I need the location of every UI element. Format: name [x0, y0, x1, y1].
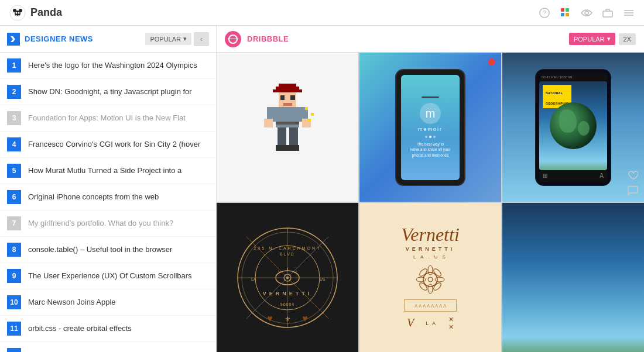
svg-text:⚜: ⚜: [285, 315, 291, 323]
menu-icon[interactable]: [623, 7, 635, 19]
svg-rect-9: [566, 8, 569, 12]
svg-rect-10: [561, 13, 564, 16]
news-item[interactable]: 5How Murat Mutlu Turned a Side Project i…: [0, 158, 216, 184]
news-item[interactable]: 6Original iPhone concepts from the web: [0, 184, 216, 210]
grid-item-pixel[interactable]: [217, 53, 358, 202]
memoir-m-letter: m: [426, 107, 436, 120]
dot-2: [429, 136, 431, 138]
x-mark-2: ✕: [448, 324, 454, 330]
news-item[interactable]: 11orbit.css - create orbital effects: [0, 316, 216, 342]
grid-icon[interactable]: [560, 7, 571, 19]
chevron-down-icon: ▾: [183, 35, 187, 43]
svg-text:♥: ♥: [302, 313, 308, 323]
designer-news-title: DESIGNER NEWS: [25, 34, 145, 43]
svg-point-68: [433, 281, 443, 291]
dribbble-grid: m memoir The best way torelive and share…: [217, 53, 644, 352]
news-item[interactable]: 3Foundation for Apps: Motion UI is the N…: [0, 105, 216, 132]
briefcase-icon[interactable]: [602, 7, 614, 19]
news-item[interactable]: 2Show DN: Goodnight, a tiny Javascript p…: [0, 79, 216, 105]
svg-rect-35: [311, 113, 314, 116]
news-item[interactable]: 7My girlfriend's portfolio. What do you …: [0, 210, 216, 237]
svg-rect-23: [283, 102, 292, 105]
svg-point-3: [15, 11, 20, 16]
news-item[interactable]: 10Marc Newson Joins Apple: [0, 289, 216, 316]
natgeo-phone-mockup: 00:42 KM / 1000 MI NATIONALGEOGRAPHIC ⊞ …: [535, 69, 611, 186]
svg-rect-25: [276, 122, 299, 125]
news-item-text: The User Experience (UX) Of Custom Scrol…: [28, 271, 192, 281]
designer-news-header: DESIGNER NEWS POPULAR ▾ ‹: [0, 26, 216, 53]
svg-rect-32: [276, 145, 287, 151]
grid-item-natgeo[interactable]: 00:42 KM / 1000 MI NATIONALGEOGRAPHIC ⊞ …: [502, 53, 644, 202]
svg-point-5: [18, 12, 20, 13]
panda-logo: [9, 5, 26, 21]
dribbble-sort-button[interactable]: POPULAR ▾: [569, 33, 615, 45]
natgeo-nav-bar: ⊞ A: [539, 170, 607, 182]
grid-item-6[interactable]: [502, 203, 644, 352]
news-item[interactable]: 12How Pixar uses a rainbow of colors: [0, 342, 216, 352]
dribbble-inner: [228, 34, 238, 44]
svg-text:LA: LA: [251, 277, 256, 281]
svg-rect-11: [566, 13, 569, 16]
main-content: DESIGNER NEWS POPULAR ▾ ‹ 1Here's the lo…: [0, 26, 644, 352]
dribbble-panel: DRIBBBLE POPULAR ▾ 2X: [217, 26, 644, 352]
memoir-pagination: [425, 136, 436, 138]
news-item-text: Francesco Corvino's CGI work for Sin Cit…: [28, 140, 200, 150]
svg-rect-33: [287, 145, 299, 151]
dribbble-zoom-button[interactable]: 2X: [619, 33, 636, 45]
svg-text:♥: ♥: [267, 313, 273, 323]
svg-rect-28: [264, 119, 273, 127]
earth-globe: [550, 102, 597, 149]
news-item-number: 4: [7, 137, 21, 151]
news-item-number: 2: [7, 85, 21, 99]
natgeo-font-icon: A: [600, 172, 604, 179]
vernetti-zigzag-banner: ∧∧∧∧∧∧∧∧: [404, 299, 457, 312]
phone-speaker: [422, 96, 439, 98]
news-item[interactable]: 9The User Experience (UX) Of Custom Scro…: [0, 263, 216, 289]
comment-icon[interactable]: [626, 184, 639, 197]
svg-rect-8: [561, 8, 564, 12]
heart-icon[interactable]: [626, 169, 639, 182]
svg-rect-18: [276, 87, 299, 89]
svg-point-12: [585, 11, 588, 15]
news-item-text: orbit.css - create orbital effects: [28, 324, 132, 334]
natgeo-screen: NATIONALGEOGRAPHIC: [539, 81, 607, 170]
grid-item-vernetti-light[interactable]: Vernetti VERNETTI L A . U S: [359, 203, 501, 352]
vernetti-dark-badge: 235 N. LARCHMONT BLVD LA US 90004 VERNET…: [229, 219, 346, 336]
news-item-number: 3: [7, 111, 21, 125]
news-item-text: console.table() – Useful tool in the bro…: [28, 245, 172, 255]
dribbble-title: DRIBBBLE: [247, 34, 569, 43]
vernetti-zigzag-text: ∧∧∧∧∧∧∧∧: [414, 302, 447, 309]
vernetti-flower-icon: [413, 262, 448, 297]
grid-item-vernetti-dark[interactable]: 235 N. LARCHMONT BLVD LA US 90004 VERNET…: [217, 203, 358, 352]
news-item-text: Marc Newson Joins Apple: [28, 298, 116, 308]
news-item[interactable]: 4Francesco Corvino's CGI work for Sin Ci…: [0, 132, 216, 158]
news-item-text: Foundation for Apps: Motion UI is the Ne…: [28, 113, 186, 123]
eye-icon[interactable]: [581, 7, 592, 19]
svg-rect-36: [308, 119, 311, 122]
news-item-number: 11: [7, 322, 21, 336]
svg-point-63: [428, 265, 433, 275]
svg-rect-31: [289, 127, 298, 148]
natgeo-time: 00:42 KM / 1000 MI: [542, 75, 572, 79]
vernetti-script-text: Vernetti: [401, 225, 460, 244]
svg-point-65: [416, 277, 426, 282]
svg-point-62: [428, 277, 433, 282]
help-icon[interactable]: ?: [539, 7, 550, 19]
svg-rect-19: [273, 89, 302, 92]
dribbble-header: DRIBBBLE POPULAR ▾ 2X: [217, 26, 644, 53]
natgeo-bg-bottom: [502, 203, 644, 352]
memoir-logo-circle: m: [420, 103, 441, 124]
svg-text:US: US: [320, 277, 326, 281]
svg-rect-21: [280, 95, 285, 100]
news-item[interactable]: 8console.table() – Useful tool in the br…: [0, 237, 216, 263]
news-item-number: 10: [7, 295, 21, 309]
chevron-down-icon: ▾: [607, 35, 611, 43]
dn-sort-button[interactable]: POPULAR ▾: [145, 33, 191, 45]
app-title: Panda: [30, 6, 62, 19]
news-item-number: 12: [7, 348, 21, 352]
svg-point-48: [286, 277, 289, 279]
grid-item-memoir[interactable]: m memoir The best way torelive and share…: [359, 53, 501, 202]
svg-text:VERNETTI: VERNETTI: [263, 291, 313, 296]
dn-nav-arrow[interactable]: ‹: [194, 32, 209, 46]
news-item[interactable]: 1Here's the logo for the Washington 2024…: [0, 53, 216, 79]
